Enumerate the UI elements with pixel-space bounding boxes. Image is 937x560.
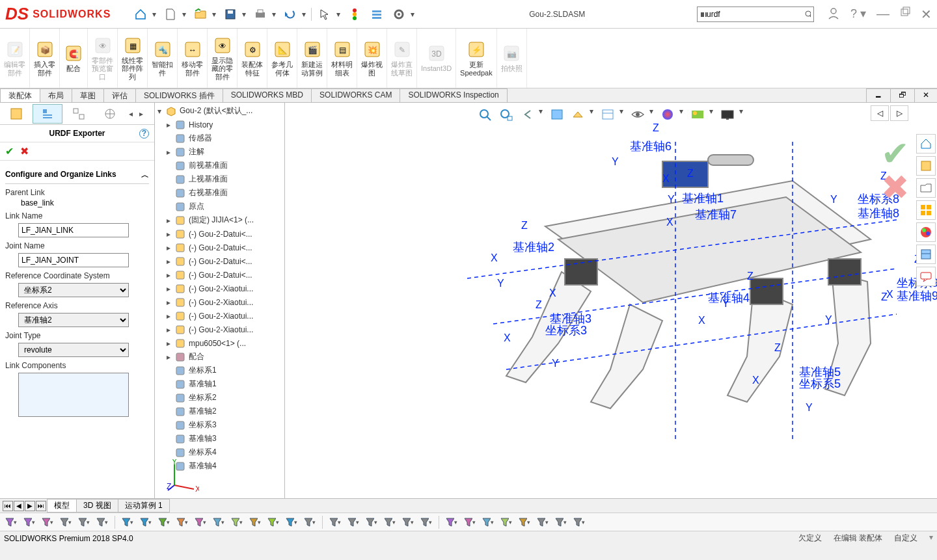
tree-item[interactable]: 上视基准面 — [155, 172, 284, 186]
open-button[interactable] — [190, 5, 211, 24]
dropdown-icon[interactable]: ▾ — [242, 10, 249, 19]
tree-item[interactable]: ▸mpu6050<1> (... — [155, 336, 284, 350]
tree-item[interactable]: ▸(-) Gou-2-Datui<... — [155, 241, 284, 254]
caret-icon[interactable]: ▾ — [157, 107, 165, 116]
dropdown-icon[interactable]: ▾ — [212, 10, 219, 19]
filter-icon-10[interactable]: ▾ — [175, 515, 189, 529]
tree-item[interactable]: ▸(固定) JIJIA<1> (... — [155, 213, 284, 227]
view-orientation-icon[interactable] — [569, 107, 587, 122]
caret-icon[interactable]: ▸ — [167, 312, 174, 321]
filter-icon-21[interactable]: ▾ — [364, 515, 379, 529]
tree-item[interactable]: 坐标系2 — [155, 391, 284, 405]
tree-item[interactable]: ▸配合 — [155, 350, 284, 364]
settings-button[interactable] — [388, 5, 409, 24]
cmd-tab[interactable]: SOLIDWORKS 插件 — [135, 88, 223, 102]
user-icon[interactable] — [827, 7, 840, 22]
undo-button[interactable] — [280, 5, 301, 24]
caret-icon[interactable]: ▸ — [167, 339, 174, 348]
help-icon[interactable]: ? ▾ — [850, 7, 866, 22]
tree-item[interactable]: ▸(-) Gou-2-Xiaotui... — [155, 295, 284, 309]
filter-icon-17[interactable]: ▾ — [303, 515, 317, 529]
bottom-tab[interactable]: 3D 视图 — [76, 499, 118, 513]
property-manager-tab[interactable] — [33, 104, 62, 124]
filter-icon-1[interactable]: ▾ — [22, 515, 36, 529]
view-settings-icon[interactable] — [718, 107, 737, 122]
joint-name-input[interactable] — [18, 253, 129, 267]
caret-icon[interactable]: ▸ — [167, 257, 174, 266]
dimxpert-manager-tab[interactable] — [95, 104, 125, 124]
caret-icon[interactable]: ▸ — [167, 353, 174, 362]
dropdown-icon[interactable]: ▾ — [336, 10, 343, 19]
filter-icon-7[interactable]: ▾ — [120, 515, 135, 529]
ribbon-参考几何体[interactable]: 📐参考几 何体 — [267, 29, 297, 88]
link-name-input[interactable] — [18, 223, 129, 237]
tree-item[interactable]: 坐标系1 — [155, 364, 284, 377]
filter-icon-20[interactable]: ▾ — [346, 515, 360, 529]
ref-axis-select[interactable]: 基准轴2 — [18, 313, 129, 327]
tree-root[interactable]: ▾ Gou-2 (默认<默认_... — [155, 104, 284, 118]
next-doc-icon[interactable]: ▷ — [890, 105, 908, 121]
filter-icon-13[interactable]: ▾ — [230, 515, 244, 529]
tree-item[interactable]: ▸History — [155, 118, 284, 131]
filter-icon-23[interactable]: ▾ — [401, 515, 415, 529]
forum-tab-icon[interactable] — [916, 267, 936, 286]
cancel-button[interactable]: ✖ — [20, 145, 29, 157]
dropdown-icon[interactable]: ▾ — [152, 10, 159, 19]
zoom-area-icon[interactable] — [497, 107, 515, 122]
ribbon-智能扣件[interactable]: 🔩智能扣 件 — [148, 29, 178, 88]
edit-appearance-icon[interactable] — [659, 107, 677, 122]
tree-item[interactable]: 原点 — [155, 200, 284, 213]
bottom-tab[interactable]: 模型 — [47, 499, 77, 513]
caret-icon[interactable]: ▸ — [167, 243, 174, 252]
filter-icon-28[interactable]: ▾ — [481, 515, 495, 529]
doc-close-button[interactable]: ✕ — [914, 88, 937, 102]
caret-icon[interactable]: ▸ — [167, 148, 174, 157]
filter-icon-3[interactable]: ▾ — [59, 515, 73, 529]
tree-item[interactable]: 坐标系3 — [155, 418, 284, 432]
caret-icon[interactable]: ▸ — [167, 230, 174, 239]
help-icon[interactable]: ? — [139, 129, 149, 139]
caret-icon[interactable]: ▸ — [167, 216, 174, 225]
cmd-tab[interactable]: SOLIDWORKS MBD — [223, 88, 312, 102]
filter-icon-19[interactable]: ▾ — [328, 515, 342, 529]
cancel-corner-icon[interactable]: ✖ — [881, 168, 910, 207]
tree-item[interactable]: ▸(-) Gou-2-Datui<... — [155, 268, 284, 282]
dropdown-icon[interactable]: ▾ — [272, 10, 278, 19]
section-view-icon[interactable] — [548, 107, 566, 122]
tree-item[interactable]: ▸(-) Gou-2-Datui<... — [155, 254, 284, 268]
ribbon-更新Spee[interactable]: ⚡更新 Speedpak — [456, 29, 497, 88]
hide-show-icon[interactable] — [629, 107, 647, 122]
tree-item[interactable]: 前视基准面 — [155, 159, 284, 172]
dropdown-icon[interactable]: ▾ — [182, 10, 189, 19]
tab-first-icon[interactable]: ⏮ — [3, 501, 13, 511]
file-explorer-tab-icon[interactable] — [916, 178, 936, 198]
tree-item[interactable]: ▸(-) Gou-2-Xiaotui... — [155, 323, 284, 336]
tree-item[interactable]: ▸(-) Gou-2-Xiaotui... — [155, 309, 284, 323]
tree-item[interactable]: 坐标系4 — [155, 446, 284, 459]
link-components-box[interactable] — [18, 373, 129, 417]
command-search[interactable] — [697, 7, 814, 22]
feature-manager-tab[interactable] — [1, 104, 31, 124]
tree-item[interactable]: 传感器 — [155, 131, 284, 145]
new-button[interactable] — [160, 5, 181, 24]
filter-icon-30[interactable]: ▾ — [517, 515, 532, 529]
caret-icon[interactable]: ▸ — [167, 325, 174, 334]
close-button[interactable]: ✕ — [921, 7, 932, 22]
options-list-button[interactable] — [366, 5, 387, 24]
tree-item[interactable]: ▸注解 — [155, 145, 284, 159]
zoom-fit-icon[interactable] — [476, 107, 495, 122]
filter-icon-0[interactable]: ▾ — [4, 515, 18, 529]
save-button[interactable] — [220, 5, 241, 24]
caret-icon[interactable]: ▸ — [167, 120, 174, 129]
ok-button[interactable]: ✔ — [5, 145, 14, 157]
custom-properties-tab-icon[interactable] — [916, 245, 936, 264]
tree-item[interactable]: 基准轴2 — [155, 405, 284, 418]
select-button[interactable] — [314, 5, 335, 24]
filter-icon-22[interactable]: ▾ — [383, 515, 397, 529]
cmd-tab[interactable]: 装配体 — [0, 88, 40, 102]
filter-icon-4[interactable]: ▾ — [77, 515, 91, 529]
ref-cs-select[interactable]: 坐标系2 — [18, 283, 129, 297]
filter-icon-2[interactable]: ▾ — [40, 515, 55, 529]
ribbon-插入零部件[interactable]: 📦插入零 部件 — [30, 29, 60, 88]
tree-item[interactable]: ▸(-) Gou-2-Xiaotui... — [155, 282, 284, 295]
